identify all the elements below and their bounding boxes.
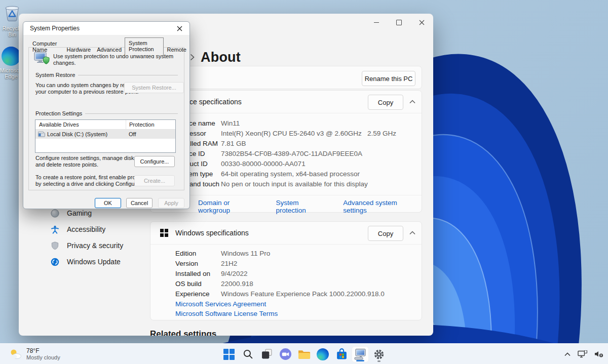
windows-specifications-header[interactable]: Windows specifications Copy — [150, 222, 422, 244]
spec-value: Windows Feature Experience Pack 1000.220… — [221, 290, 385, 298]
settings-taskbar-button[interactable] — [370, 346, 388, 362]
weather-icon — [9, 348, 22, 360]
spec-value: Windows 11 Pro — [221, 250, 270, 257]
copy-button[interactable]: Copy — [368, 226, 403, 241]
task-view-button[interactable] — [258, 346, 275, 362]
device-specifications-header[interactable]: Device specifications Copy — [150, 91, 422, 113]
cancel-button[interactable]: Cancel — [126, 198, 153, 208]
create-button[interactable]: Create... — [134, 175, 175, 186]
spec-value: 73802B54-CF0B-4389-A70C-11ADAF9EEE0A — [221, 150, 362, 157]
spec-value: Intel(R) Xeon(R) CPU E5-2640 v3 @ 2.60GH… — [221, 130, 396, 137]
minimize-button[interactable] — [365, 14, 388, 31]
weather-temperature: 78°F — [26, 347, 60, 354]
desktop: Recycle Bin Microsoft Edge About Gami — [0, 0, 608, 364]
device-specifications-card: Device specifications Copy Device nameWi… — [150, 90, 422, 213]
sidebar-item-windows-update[interactable]: Windows Update — [46, 254, 147, 270]
protection-drives-table[interactable]: Available Drives Protection Local Disk (… — [35, 119, 176, 153]
system-restore-group: System Restore — [35, 72, 178, 78]
task-view-icon — [261, 349, 272, 359]
related-settings-label: Related settings — [150, 329, 216, 336]
spec-row: Product ID00330-80000-00000-AA071 — [175, 158, 413, 169]
spec-row: Pen and touchNo pen or touch input is av… — [175, 179, 413, 189]
edge-icon — [317, 348, 329, 360]
divider — [150, 195, 422, 195]
taskbar: 78°F Mostly cloudy — [0, 343, 608, 364]
system-restore-button[interactable]: System Restore... — [124, 82, 184, 93]
weather-condition: Mostly cloudy — [26, 354, 60, 361]
copy-button[interactable]: Copy — [368, 95, 403, 110]
divider — [150, 113, 422, 113]
spec-label: Installed on — [175, 270, 221, 277]
link-microsoft-services-agreement[interactable]: Microsoft Services Agreement — [175, 300, 278, 308]
chat-icon — [279, 348, 292, 360]
spec-value: 64-bit operating system, x64-based proce… — [221, 170, 360, 178]
network-icon[interactable] — [578, 350, 587, 358]
system-properties-dialog: System Properties Computer Name Hardware… — [23, 21, 190, 209]
chevron-up-icon[interactable] — [409, 100, 415, 104]
maximize-icon — [396, 20, 402, 25]
sidebar-item-privacy-security[interactable]: Privacy & security — [46, 237, 147, 254]
tab-computer-name[interactable]: Computer Name — [29, 39, 63, 55]
chevron-up-icon[interactable] — [409, 231, 415, 235]
search-button[interactable] — [239, 346, 256, 362]
spec-label: Version — [175, 260, 221, 267]
running-app-indicator — [377, 360, 381, 362]
edge-button[interactable] — [314, 346, 331, 362]
tab-hardware[interactable]: Hardware — [63, 45, 94, 55]
link-system-protection[interactable]: System protection — [276, 199, 330, 214]
spec-value: 00330-80000-00000-AA071 — [221, 160, 306, 168]
protection-settings-group: Protection Settings — [35, 110, 178, 116]
ok-button[interactable]: OK — [95, 198, 121, 208]
chat-button[interactable] — [277, 346, 294, 362]
sidebar-item-label: Accessibility — [67, 225, 105, 233]
sidebar-item-accessibility[interactable]: Accessibility — [46, 221, 147, 237]
device-spec-rows: Device nameWin11 ProcessorIntel(R) Xeon(… — [175, 118, 413, 189]
link-domain-or-workgroup[interactable]: Domain or workgroup — [198, 199, 262, 214]
tab-system-protection[interactable]: System Protection — [125, 37, 164, 55]
configure-button[interactable]: Configure... — [134, 156, 175, 167]
spec-row: Installed RAM7.81 GB — [175, 138, 413, 148]
system-tray — [564, 344, 604, 364]
close-icon — [419, 20, 425, 25]
spec-row: ProcessorIntel(R) Xeon(R) CPU E5-2640 v3… — [175, 128, 413, 138]
spec-value: 7.81 GB — [221, 140, 246, 147]
search-icon — [243, 349, 253, 359]
windows-logo-icon — [160, 229, 168, 237]
close-button[interactable] — [410, 14, 433, 31]
tab-advanced[interactable]: Advanced — [94, 45, 125, 55]
start-icon — [223, 349, 235, 360]
column-available-drives: Available Drives — [35, 120, 126, 129]
apply-button[interactable]: Apply — [158, 198, 184, 208]
sidebar-item-label: Gaming — [67, 209, 92, 217]
link-advanced-system-settings[interactable]: Advanced system settings — [343, 199, 422, 214]
group-label: Protection Settings — [35, 110, 82, 116]
group-label: System Restore — [35, 72, 75, 78]
file-explorer-icon — [298, 349, 311, 359]
system-properties-taskbar-button[interactable] — [352, 346, 369, 362]
shield-icon — [51, 241, 59, 250]
store-button[interactable] — [333, 346, 350, 362]
weather-widget[interactable]: 78°F Mostly cloudy — [5, 344, 64, 364]
spec-row: Installed on9/4/2022 — [175, 268, 413, 278]
link-microsoft-software-license-terms[interactable]: Microsoft Software License Terms — [175, 310, 278, 317]
protection-status: Off — [126, 131, 136, 137]
breadcrumb: About — [190, 47, 241, 67]
tab-remote[interactable]: Remote — [164, 45, 189, 55]
dialog-title-bar[interactable]: System Properties — [23, 22, 189, 35]
hidden-icons-chevron[interactable] — [564, 352, 571, 356]
windows-update-icon — [51, 258, 59, 266]
maximize-button[interactable] — [388, 14, 410, 31]
spec-row: System type64-bit operating system, x64-… — [175, 169, 413, 179]
table-row[interactable]: Local Disk (C:) (System) Off — [35, 130, 175, 139]
page-title: About — [201, 50, 241, 65]
file-explorer-button[interactable] — [295, 346, 313, 362]
spec-row: Version21H2 — [175, 258, 413, 268]
rename-pc-button[interactable]: Rename this PC — [362, 71, 415, 86]
start-button[interactable] — [220, 346, 238, 362]
active-app-indicator — [356, 360, 364, 361]
spec-row: Device nameWin11 — [175, 118, 413, 128]
system-protection-tab-panel: Use system protection to undo unwanted s… — [28, 47, 184, 190]
dialog-close-button[interactable] — [169, 22, 189, 35]
windows-spec-rows: EditionWindows 11 Pro Version21H2 Instal… — [175, 248, 413, 299]
volume-muted-icon[interactable] — [594, 350, 604, 358]
